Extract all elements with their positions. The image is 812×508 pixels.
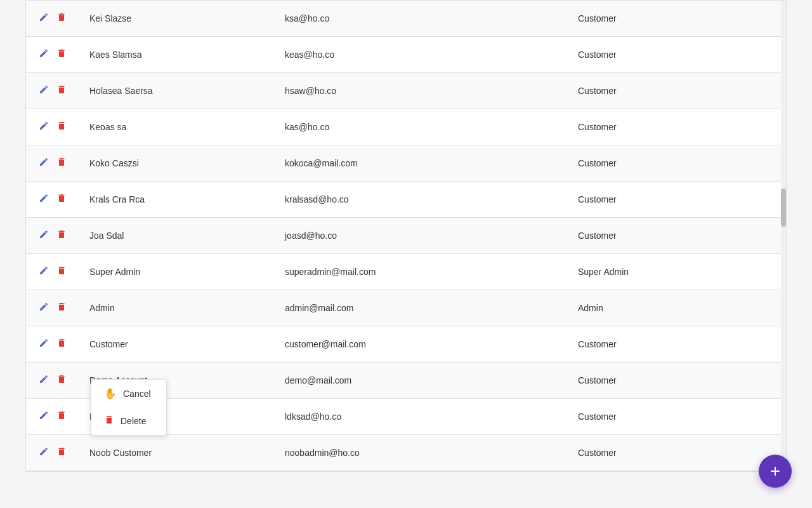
user-role: Customer [578, 231, 773, 241]
user-role: Customer [578, 158, 773, 168]
delete-button[interactable] [56, 84, 67, 97]
row-actions [39, 48, 89, 61]
row-actions [39, 229, 89, 242]
edit-button[interactable] [39, 193, 49, 206]
row-actions [39, 446, 89, 459]
user-role: Super Admin [578, 267, 773, 277]
hand-icon: ✋ [104, 387, 117, 399]
user-email: joasd@ho.co [285, 231, 578, 241]
edit-button[interactable] [39, 157, 49, 170]
user-name: Noob Customer [89, 448, 285, 458]
edit-button[interactable] [39, 374, 49, 387]
edit-button[interactable] [39, 229, 49, 242]
table-row: Customer customer@mail.com Customer [26, 326, 786, 363]
user-email: noobadmin@ho.co [285, 448, 578, 458]
table-row: Holasea Saersa hsaw@ho.co Customer [26, 73, 786, 109]
user-role: Customer [578, 50, 773, 60]
row-actions [39, 12, 89, 25]
delete-button[interactable] [56, 302, 67, 314]
delete-button[interactable] [56, 265, 67, 278]
user-role: Customer [578, 411, 773, 422]
user-name: Krals Cra Rca [89, 194, 285, 204]
delete-button[interactable] [56, 229, 67, 242]
scrollbar-thumb[interactable] [781, 189, 786, 227]
row-actions [39, 157, 89, 170]
user-role: Customer [578, 448, 773, 458]
user-name: Kaes Slamsa [89, 50, 285, 60]
user-role: Admin [578, 303, 773, 313]
user-email: kralsasd@ho.co [285, 194, 578, 204]
delete-button[interactable] [56, 374, 67, 387]
user-role: Customer [578, 13, 773, 23]
user-role: Customer [578, 86, 773, 96]
user-name: Koko Caszsi [89, 158, 285, 168]
table-row: Keoas sa kas@ho.co Customer [26, 109, 786, 145]
table-row: Kaes Slamsa keas@ho.co Customer [26, 37, 786, 73]
row-actions [39, 121, 89, 133]
user-email: kokoca@mail.com [285, 158, 578, 168]
cancel-label: Cancel [123, 389, 151, 399]
row-actions [39, 338, 89, 351]
edit-button[interactable] [39, 410, 49, 423]
table-row: Super Admin superadmin@mail.com Super Ad… [26, 254, 786, 290]
user-role: Customer [578, 339, 773, 349]
user-name: Customer [89, 339, 285, 349]
delete-button[interactable] [56, 338, 67, 351]
row-actions [39, 302, 89, 314]
add-button[interactable]: + [759, 455, 792, 488]
cancel-menu-item[interactable]: ✋ Cancel [91, 380, 166, 407]
user-role: Customer [578, 194, 773, 204]
delete-button[interactable] [56, 193, 67, 206]
table-row: Krals Cra Rca kralsasd@ho.co Customer [26, 182, 786, 218]
delete-button[interactable] [56, 121, 67, 133]
edit-button[interactable] [39, 121, 49, 133]
user-email: admin@mail.com [285, 303, 578, 313]
user-email: ksa@ho.co [285, 13, 578, 23]
user-name: Holasea Saersa [89, 86, 285, 96]
row-actions [39, 410, 89, 423]
row-actions [39, 374, 89, 387]
user-email: kas@ho.co [285, 122, 578, 132]
edit-button[interactable] [39, 338, 49, 351]
delete-button[interactable] [56, 157, 67, 170]
user-email: hsaw@ho.co [285, 86, 578, 96]
delete-button[interactable] [56, 410, 67, 423]
edit-button[interactable] [39, 12, 49, 25]
user-email: customer@mail.com [285, 339, 578, 349]
table-row: Noob Customer noobadmin@ho.co Customer [26, 435, 786, 471]
row-actions [39, 193, 89, 206]
user-role: Customer [578, 122, 773, 132]
row-actions [39, 265, 89, 278]
edit-button[interactable] [39, 302, 49, 314]
user-name: Joa Sdal [89, 231, 285, 241]
delete-menu-item[interactable]: Delete [91, 407, 166, 435]
scrollbar-track[interactable] [781, 1, 786, 471]
user-email: superadmin@mail.com [285, 267, 578, 277]
user-email: keas@ho.co [285, 50, 578, 60]
user-name: Admin [89, 303, 285, 313]
user-name: Keoas sa [89, 122, 285, 132]
edit-button[interactable] [39, 84, 49, 97]
user-name: Kei Slazse [89, 13, 285, 23]
table-row: Admin admin@mail.com Admin [26, 290, 786, 326]
delete-label: Delete [121, 416, 146, 426]
context-menu: ✋ Cancel Delete [91, 379, 167, 436]
edit-button[interactable] [39, 48, 49, 61]
table-row: Kei Slazse ksa@ho.co Customer [26, 1, 786, 37]
edit-button[interactable] [39, 265, 49, 278]
edit-button[interactable] [39, 446, 49, 459]
table-row: Joa Sdal joasd@ho.co Customer [26, 218, 786, 254]
user-role: Customer [578, 375, 773, 385]
user-email: ldksad@ho.co [285, 411, 578, 422]
delete-button[interactable] [56, 12, 67, 25]
user-email: demo@mail.com [285, 375, 578, 385]
user-name: Super Admin [89, 267, 285, 277]
trash-icon [104, 415, 114, 427]
table-row: Koko Caszsi kokoca@mail.com Customer [26, 145, 786, 182]
delete-button[interactable] [56, 48, 67, 61]
row-actions [39, 84, 89, 97]
delete-button[interactable] [56, 446, 67, 459]
